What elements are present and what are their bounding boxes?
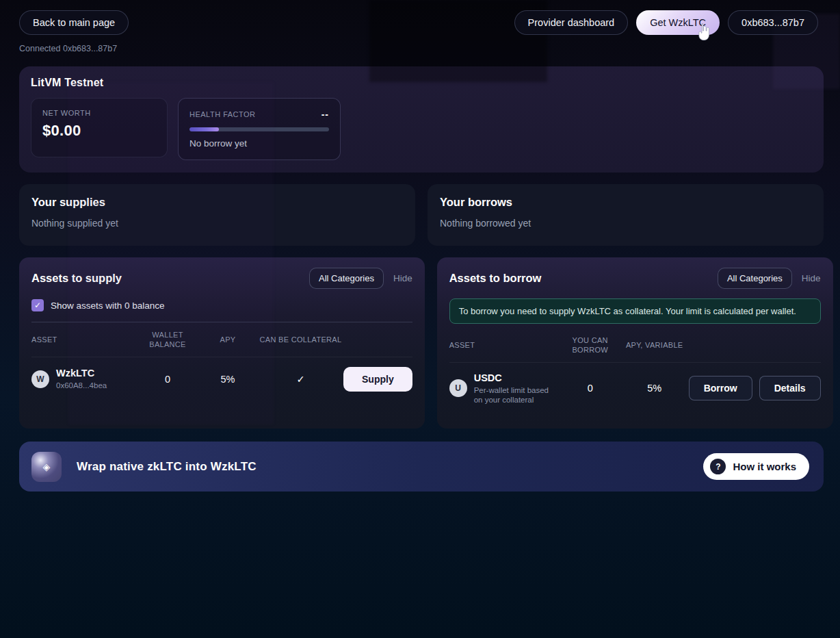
top-bar: Back to main page Provider dashboard Get… [0,0,840,35]
table-row: U USDC Per-wallet limit based on your co… [449,363,821,413]
health-factor-value: -- [321,109,329,120]
market-stat-cards: NET WORTH $0.00 HEALTH FACTOR -- No borr… [31,98,812,160]
your-supplies-empty-text: Nothing supplied yet [31,218,403,229]
net-worth-card: NET WORTH $0.00 [31,98,168,157]
show-zero-balance-label: Show assets with 0 balance [51,301,165,311]
borrow-apy-value: 5% [620,383,689,394]
health-factor-bar-fill [189,127,219,131]
market-overview-panel: LitVM Testnet NET WORTH $0.00 HEALTH FAC… [19,66,824,173]
net-worth-value: $0.00 [42,122,156,140]
supply-col-asset: ASSET [31,335,137,344]
borrow-col-you-can-borrow: YOU CAN BORROW [560,335,620,355]
net-worth-label: NET WORTH [42,109,156,117]
wallet-balance-value: 0 [137,374,198,385]
how-it-works-label: How it works [733,461,796,472]
assets-to-borrow-title: Assets to borrow [449,272,542,285]
health-factor-note: No borrow yet [189,138,329,149]
asset-symbol: WzkLTC [56,368,107,379]
table-row: W WzkLTC 0x60A8...4bea 0 5% ✓ Supply [31,357,412,400]
health-factor-bar [189,127,329,131]
health-factor-label: HEALTH FACTOR [189,110,256,118]
health-factor-card: HEALTH FACTOR -- No borrow yet [178,98,341,160]
collateral-check-icon: ✓ [258,374,343,385]
wrap-banner-title: Wrap native zkLTC into WzkLTC [77,460,257,474]
borrow-col-asset: ASSET [449,341,560,349]
your-borrows-panel: Your borrows Nothing borrowed yet [428,184,824,246]
wallet-address-button[interactable]: 0xb683...87b7 [728,10,818,35]
provider-dashboard-button[interactable]: Provider dashboard [514,10,629,35]
checkbox-checked-icon[interactable]: ✓ [31,299,44,311]
wrap-token-icon: ◈ [31,452,62,482]
get-wzkltc-button[interactable]: Get WzkLTC [636,10,720,35]
your-borrows-title: Your borrows [440,196,811,209]
you-can-borrow-value: 0 [560,383,620,394]
supply-col-collateral: CAN BE COLLATERAL [258,335,343,344]
supply-hide-link[interactable]: Hide [393,273,412,283]
app-background: Back to main page Provider dashboard Get… [0,0,840,638]
details-button[interactable]: Details [759,376,821,400]
supply-table-header: ASSET WALLET BALANCE APY CAN BE COLLATER… [31,322,412,357]
assets-to-supply-panel: Assets to supply All Categories Hide ✓ S… [19,257,425,429]
borrow-col-apy-variable: APY, VARIABLE [620,340,689,350]
wzkltc-coin-icon: W [31,370,49,388]
question-mark-icon: ? [710,459,726,474]
assets-to-supply-title: Assets to supply [31,272,122,285]
supply-apy-value: 5% [198,374,258,385]
borrow-categories-filter-button[interactable]: All Categories [718,268,792,289]
supply-col-apy: APY [198,335,258,344]
connected-status: Connected 0xb683...87b7 [19,44,840,53]
supply-categories-filter-button[interactable]: All Categories [309,268,384,289]
your-supplies-title: Your supplies [31,196,403,209]
asset-address: 0x60A8...4bea [56,381,107,390]
assets-to-borrow-panel: Assets to borrow All Categories Hide To … [437,257,833,429]
borrow-notice-banner: To borrow you need to supply WzkLTC as c… [449,298,821,324]
supply-col-wallet-balance: WALLET BALANCE [137,330,198,350]
borrow-button[interactable]: Borrow [689,376,752,400]
wrap-banner: ◈ Wrap native zkLTC into WzkLTC ? How it… [19,442,824,492]
usdc-coin-icon: U [449,379,467,397]
show-zero-balance-toggle[interactable]: ✓ Show assets with 0 balance [31,299,412,311]
topbar-right-group: Provider dashboard Get WzkLTC 0xb683...8… [514,10,818,35]
asset-symbol: USDC [474,372,551,383]
back-to-main-page-button[interactable]: Back to main page [19,10,129,35]
borrow-hide-link[interactable]: Hide [802,273,821,283]
asset-note: Per-wallet limit based on your collatera… [474,385,551,405]
supply-button[interactable]: Supply [343,367,412,392]
your-supplies-panel: Your supplies Nothing supplied yet [19,184,415,246]
borrow-table-header: ASSET YOU CAN BORROW APY, VARIABLE [449,328,821,363]
market-title: LitVM Testnet [31,77,812,89]
your-borrows-empty-text: Nothing borrowed yet [440,218,811,229]
how-it-works-button[interactable]: ? How it works [703,453,809,480]
